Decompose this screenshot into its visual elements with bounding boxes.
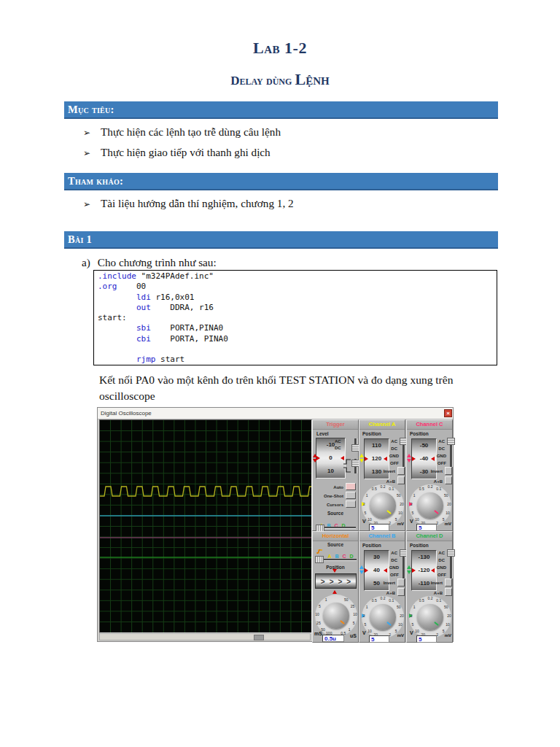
scale-value-field[interactable]: 5 bbox=[369, 524, 389, 531]
coupling-slider-thumb[interactable] bbox=[447, 438, 455, 445]
auto-button[interactable] bbox=[346, 483, 356, 490]
knob-scale-label: 2 bbox=[363, 614, 365, 618]
cursors-button[interactable] bbox=[346, 500, 356, 508]
position-down-arrow-icon[interactable] bbox=[359, 570, 364, 574]
knob-scale-label: 5 bbox=[319, 604, 321, 608]
horizontal-source-thumb[interactable] bbox=[315, 556, 324, 563]
knob-scale-label: 25 bbox=[351, 604, 355, 608]
position-up-arrow-icon[interactable] bbox=[359, 454, 364, 457]
knob-scale-label: 0.5 bbox=[372, 487, 377, 491]
knob-scale-label: 0.5 bbox=[419, 598, 424, 603]
close-button[interactable]: × bbox=[444, 409, 452, 417]
sum-button[interactable] bbox=[397, 588, 405, 596]
code-line: ldi r16,0x01 bbox=[98, 293, 497, 303]
position-down-arrow-icon[interactable] bbox=[407, 570, 411, 574]
spinner-right-arrow-icon bbox=[431, 568, 435, 573]
volts-div-knob[interactable]: 0.50.20.1125102050201052 bbox=[409, 596, 451, 638]
spinner-value[interactable]: -50 bbox=[412, 439, 436, 452]
knob-scale-label: 10 bbox=[398, 511, 402, 515]
coupling-label-gnd: GND bbox=[389, 565, 399, 570]
invert-label: Invert bbox=[431, 469, 443, 473]
bullet-item: ➢Tài liệu hướng dẫn thí nghiệm, chương 1… bbox=[83, 197, 477, 210]
control-panels: Trigger Level -10 0 10 AC DC A bbox=[312, 419, 453, 643]
knob-pointer-icon bbox=[340, 620, 345, 624]
bullet-arrow-icon: ➢ bbox=[83, 148, 90, 158]
auto-label: Auto bbox=[317, 485, 343, 489]
volts-div-knob[interactable]: 0.50.20.1125102050201052 bbox=[409, 484, 451, 527]
knob-scale-label: 0.5 bbox=[372, 598, 377, 603]
sum-button[interactable] bbox=[397, 476, 405, 484]
bullet-arrow-icon: ➢ bbox=[83, 199, 90, 209]
position-label: Position bbox=[362, 543, 381, 548]
code-line: rjmp start bbox=[98, 355, 497, 365]
source-channel-a: A bbox=[326, 554, 333, 559]
coupling-label-dc: DC bbox=[438, 558, 445, 562]
timebase-value-field[interactable]: 0.5u bbox=[322, 635, 344, 642]
position-down-arrow-icon[interactable] bbox=[407, 459, 411, 462]
one-shot-button[interactable] bbox=[346, 492, 356, 499]
unit-right-label: mV bbox=[397, 633, 404, 638]
volts-div-knob[interactable]: 0.50.20.1125102050201052 bbox=[362, 596, 404, 638]
scale-value-field[interactable]: 5 bbox=[416, 524, 437, 531]
coupling-label-dc: DC bbox=[335, 446, 341, 450]
panel-title: Channel A bbox=[359, 420, 405, 430]
code-block: .include "m324PAdef.inc".org 00 ldi r16,… bbox=[93, 270, 497, 365]
knob-grip[interactable] bbox=[417, 604, 443, 630]
knob-grip[interactable] bbox=[323, 603, 349, 629]
knob-scale-label: 1 bbox=[349, 627, 351, 632]
scope-display bbox=[99, 419, 312, 633]
display-scrollbar[interactable] bbox=[99, 633, 311, 640]
invert-button[interactable] bbox=[397, 467, 405, 475]
invert-button[interactable] bbox=[445, 578, 452, 587]
position-label: Position bbox=[362, 431, 381, 436]
knob-scale-label: 1 bbox=[413, 605, 416, 609]
volts-div-knob[interactable]: 0.50.20.1125102050201052 bbox=[362, 484, 404, 527]
position-up-arrow-icon[interactable] bbox=[359, 565, 364, 569]
knob-scale-label: 10 bbox=[368, 629, 372, 633]
knob-scale-label: 20 bbox=[400, 502, 404, 506]
spinner-left-arrow-icon bbox=[365, 568, 368, 573]
knob-grip[interactable] bbox=[417, 492, 443, 519]
scale-value-field[interactable]: 5 bbox=[416, 635, 437, 643]
spinner-value[interactable]: -130 bbox=[412, 551, 436, 564]
item-a-label: a) bbox=[82, 256, 90, 268]
spinner-value[interactable]: 10 bbox=[316, 465, 345, 478]
coupling-slider-thumb[interactable] bbox=[447, 549, 455, 557]
position-down-arrow-icon[interactable] bbox=[359, 459, 364, 462]
position-up-arrow-icon[interactable] bbox=[407, 454, 411, 457]
coupling-label-gnd: GND bbox=[437, 565, 446, 570]
source-channel-c: C bbox=[341, 554, 348, 559]
coupling-label-dc: DC bbox=[438, 446, 445, 451]
code-line: start: bbox=[98, 313, 497, 323]
knob-scale-label: 10 bbox=[353, 612, 357, 616]
falling-edge-icon[interactable] bbox=[343, 466, 351, 473]
coupling-label-ac: AC bbox=[438, 439, 445, 444]
knob-grip[interactable] bbox=[370, 604, 396, 630]
ext-trigger-waveform-icon bbox=[316, 549, 325, 554]
knob-scale-label: 0.2 bbox=[381, 596, 386, 600]
spinner-value[interactable]: 110 bbox=[365, 439, 389, 452]
scale-value-field[interactable]: 5 bbox=[369, 635, 389, 643]
rising-edge-icon[interactable] bbox=[343, 458, 351, 465]
section-heading-tham-khao: Tham khảo: bbox=[64, 173, 498, 190]
knob-scale-label: 5 bbox=[395, 517, 397, 522]
spinner-left-arrow-icon bbox=[316, 456, 320, 460]
knob-scale-label: 0.1 bbox=[436, 487, 441, 491]
invert-button[interactable] bbox=[445, 467, 452, 475]
window-title: Digital Oscilloscope bbox=[101, 410, 152, 417]
coupling-label-ac: AC bbox=[391, 439, 397, 444]
scrollbar-thumb[interactable] bbox=[254, 635, 264, 640]
sum-button[interactable] bbox=[445, 476, 452, 484]
position-up-arrow-icon[interactable] bbox=[407, 565, 411, 569]
window-titlebar[interactable]: Digital Oscilloscope × bbox=[98, 408, 453, 419]
knob-scale-label: 1 bbox=[366, 493, 368, 498]
knob-scale-label: 0.1 bbox=[436, 598, 441, 603]
unit-left-label: mS bbox=[314, 631, 322, 636]
horizontal-position-control[interactable]: >>>> bbox=[315, 573, 357, 589]
sum-label: A+B bbox=[434, 591, 443, 595]
knob-scale-label: 5 bbox=[395, 629, 397, 633]
knob-grip[interactable] bbox=[370, 492, 396, 519]
invert-button[interactable] bbox=[397, 578, 405, 587]
sum-button[interactable] bbox=[445, 588, 452, 596]
spinner-value[interactable]: 30 bbox=[365, 551, 389, 564]
